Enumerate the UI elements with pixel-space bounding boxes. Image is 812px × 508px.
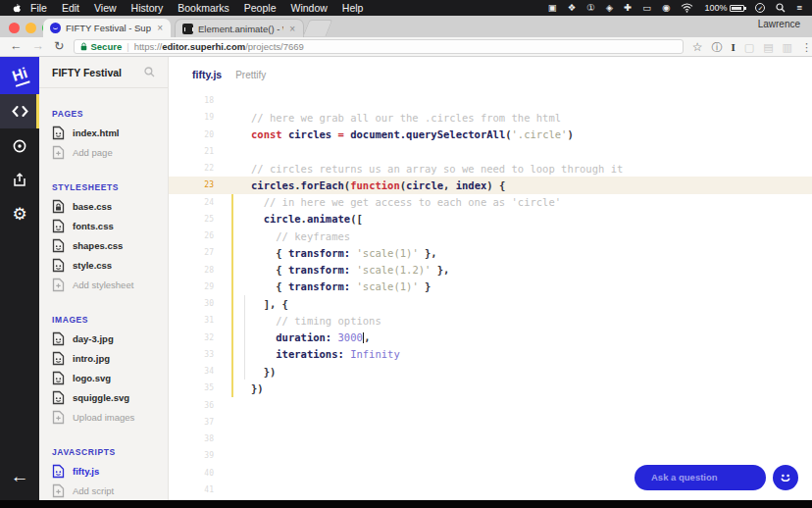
line-number: 40 bbox=[169, 469, 214, 478]
line-number: 37 bbox=[169, 418, 214, 427]
ask-question-button[interactable]: Ask a question bbox=[634, 465, 766, 490]
code-line-27[interactable]: 27 { transform: 'scale(1)' }, bbox=[169, 244, 812, 261]
code-view-button[interactable] bbox=[0, 94, 39, 128]
menu-item-file[interactable]: File bbox=[30, 2, 47, 14]
secure-badge[interactable]: Secure bbox=[80, 41, 122, 52]
code-line-23[interactable]: 23 circles.forEach(function(circle, inde… bbox=[169, 177, 812, 193]
extension-pipe-icon[interactable]: I bbox=[732, 38, 736, 56]
wifi-icon[interactable] bbox=[681, 3, 693, 13]
code-line-25[interactable]: 25 circle.animate([ bbox=[169, 211, 812, 228]
menu-item-window[interactable]: Window bbox=[290, 2, 327, 14]
sidebar-item-shapes.css[interactable]: shapes.css bbox=[52, 235, 155, 255]
menu-item-history[interactable]: History bbox=[131, 2, 164, 14]
sidebar-item-add script[interactable]: Add script bbox=[52, 481, 155, 500]
back-button[interactable]: ← bbox=[10, 37, 23, 56]
file-smiley-icon bbox=[52, 331, 65, 346]
file-add-icon bbox=[52, 483, 65, 498]
prettify-button[interactable]: Prettify bbox=[235, 70, 266, 80]
sidebar-item-intro.jpg[interactable]: intro.jpg bbox=[52, 348, 155, 368]
browser-tab[interactable]: FIFTY Festival - SuperHi × bbox=[43, 19, 171, 37]
chrome-menu-icon[interactable]: ⋮ bbox=[801, 38, 812, 56]
spotlight-search-icon[interactable] bbox=[776, 3, 786, 13]
window-icon[interactable]: ▭ bbox=[642, 0, 651, 16]
minimize-window-button[interactable] bbox=[25, 23, 36, 33]
code-line-39[interactable]: 39 bbox=[169, 447, 812, 464]
sidebar-item-fonts.css[interactable]: fonts.css bbox=[52, 216, 155, 235]
code-line-24[interactable]: 24 // in here we get access to each one … bbox=[169, 194, 812, 211]
code-pane[interactable]: 18 19 // here we grab all our the .circl… bbox=[169, 92, 812, 500]
search-icon[interactable] bbox=[144, 67, 155, 77]
sidebar-item-day-3.jpg[interactable]: day-3.jpg bbox=[52, 329, 155, 348]
status-circle-icon[interactable]: ① bbox=[586, 0, 595, 16]
back-to-dashboard-button[interactable]: ← bbox=[0, 459, 39, 494]
sidebar-item-base.css[interactable]: base.css bbox=[52, 196, 155, 216]
code-line-32[interactable]: 32 duration: 3000, bbox=[169, 330, 812, 346]
superhi-logo[interactable]: Hi bbox=[0, 57, 39, 94]
code-line-28[interactable]: 28 { transform: 'scale(1.2)' }, bbox=[169, 262, 812, 279]
code-icon bbox=[12, 106, 28, 117]
chrome-profile-name[interactable]: Lawrence bbox=[758, 19, 800, 29]
screen-share-icon[interactable]: ▣ bbox=[548, 0, 557, 16]
menu-item-people[interactable]: People bbox=[244, 2, 277, 14]
record-icon[interactable]: ◉ bbox=[662, 0, 670, 16]
preview-button[interactable] bbox=[0, 128, 39, 163]
browser-tab[interactable]: Element.animate() - Web APIs × bbox=[175, 19, 304, 37]
help-smiley-button[interactable] bbox=[773, 465, 798, 490]
code-line-20[interactable]: 20 const circles = document.querySelecto… bbox=[169, 127, 812, 143]
code-line-31[interactable]: 31 // timing options bbox=[169, 312, 812, 329]
extension-info-icon[interactable]: ⓘ bbox=[712, 38, 723, 56]
settings-button[interactable]: ⚙ bbox=[0, 197, 39, 231]
extension-disabled-icon[interactable]: ▢ bbox=[744, 38, 754, 56]
share-upload-button[interactable] bbox=[0, 163, 39, 197]
code-line-35[interactable]: 35 }) bbox=[169, 380, 812, 396]
dropbox-icon[interactable]: ❖ bbox=[568, 0, 577, 16]
code-line-26[interactable]: 26 // keyframes bbox=[169, 228, 812, 244]
notification-center-icon[interactable]: ≡ bbox=[796, 0, 802, 16]
sidebar-item-add page[interactable]: Add page bbox=[52, 142, 155, 162]
code-line-19[interactable]: 19 // here we grab all our the .circles … bbox=[169, 109, 812, 126]
menu-item-view[interactable]: View bbox=[94, 2, 117, 14]
bookmark-star-icon[interactable]: ☆ bbox=[692, 38, 703, 56]
close-window-button[interactable] bbox=[9, 23, 20, 33]
sidebar-item-index.html[interactable]: index.html bbox=[52, 123, 155, 142]
sidebar-item-logo.svg[interactable]: logo.svg bbox=[52, 368, 155, 387]
code-line-34[interactable]: 34 }) bbox=[169, 363, 812, 380]
code-line-36[interactable]: 36 bbox=[169, 397, 812, 414]
check-circle-icon[interactable]: ✓ bbox=[755, 3, 765, 13]
new-tab-button[interactable] bbox=[303, 20, 333, 36]
code-line-38[interactable]: 38 bbox=[169, 431, 812, 447]
code-line-29[interactable]: 29 { transform: 'scale(1)' } bbox=[169, 279, 812, 295]
file-label: logo.svg bbox=[73, 373, 111, 383]
file-smiley-icon bbox=[52, 351, 65, 366]
tab-close-icon[interactable]: × bbox=[288, 24, 296, 34]
sidebar-item-style.css[interactable]: style.css bbox=[52, 255, 155, 275]
menu-item-bookmarks[interactable]: Bookmarks bbox=[178, 2, 229, 14]
plus-icon[interactable]: ✚ bbox=[624, 0, 632, 16]
extension-disabled-icon[interactable]: ▤ bbox=[763, 38, 773, 56]
refresh-button[interactable]: ↻ bbox=[54, 37, 64, 56]
apple-menu-icon[interactable] bbox=[12, 3, 21, 14]
screen: Chrome FileEditViewHistoryBookmarksPeopl… bbox=[0, 0, 812, 508]
address-bar[interactable]: Secure | https://editor.superhi.com/proj… bbox=[74, 39, 683, 54]
code-line-22[interactable]: 22 // circles returns us an array so we … bbox=[169, 160, 812, 177]
gear-icon: ⚙ bbox=[12, 206, 26, 223]
sidebar-item-add stylesheet[interactable]: Add stylesheet bbox=[52, 275, 155, 294]
editor-file-tab[interactable]: fifty.js bbox=[192, 69, 222, 80]
code-line-30[interactable]: 30 ], { bbox=[169, 295, 812, 312]
droplet-icon[interactable]: ◈ bbox=[606, 0, 613, 16]
code-line-18[interactable]: 18 bbox=[169, 92, 812, 109]
battery-percent: 100% bbox=[704, 3, 727, 13]
code-line-33[interactable]: 33 iterations: Infinity bbox=[169, 346, 812, 363]
tab-close-icon[interactable]: × bbox=[156, 23, 164, 33]
forward-button[interactable]: → bbox=[32, 37, 45, 56]
sidebar-item-upload images[interactable]: Upload images bbox=[52, 407, 155, 427]
sidebar-item-squiggle.svg[interactable]: squiggle.svg bbox=[52, 387, 155, 407]
battery-indicator[interactable]: 100% bbox=[704, 3, 744, 13]
extension-disabled-icon[interactable]: ▥ bbox=[783, 38, 792, 56]
code-line-21[interactable]: 21 bbox=[169, 143, 812, 160]
menu-item-help[interactable]: Help bbox=[342, 2, 364, 14]
editor-header: fifty.js Prettify bbox=[169, 57, 812, 92]
menu-item-edit[interactable]: Edit bbox=[62, 2, 79, 14]
code-line-37[interactable]: 37 bbox=[169, 414, 812, 431]
sidebar-item-fifty.js[interactable]: fifty.js bbox=[52, 461, 155, 481]
